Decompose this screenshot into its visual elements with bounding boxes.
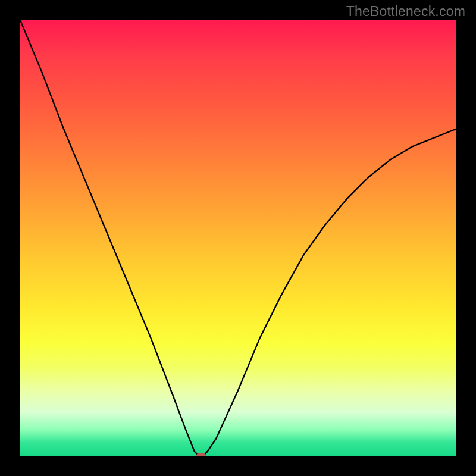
chart-frame: TheBottleneck.com [0, 0, 476, 476]
bottleneck-curve [20, 20, 456, 456]
watermark-text: TheBottleneck.com [346, 4, 465, 20]
plot-area [20, 20, 456, 456]
minimum-marker [196, 453, 206, 456]
